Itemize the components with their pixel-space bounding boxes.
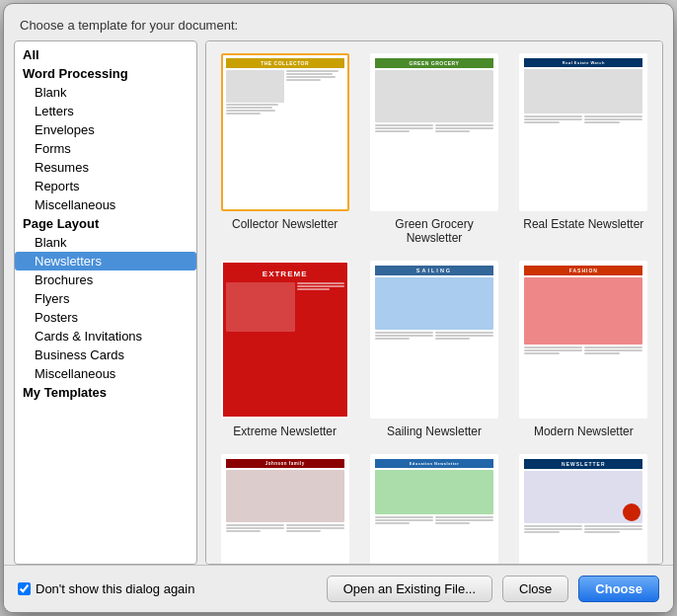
close-button[interactable]: Close <box>502 576 568 602</box>
template-thumb-collector: THE COLLECTOR <box>221 53 349 211</box>
template-label-extreme: Extreme Newsletter <box>233 424 337 438</box>
template-thumb-real-estate: Real Estate Watch <box>519 53 647 211</box>
sidebar-item-page-layout: Page Layout <box>15 214 196 233</box>
template-item-extreme[interactable]: EXTREME Extreme Newsletter <box>218 261 351 438</box>
sidebar-item-cards[interactable]: Cards & Invitations <box>15 327 196 346</box>
sidebar-item-forms[interactable]: Forms <box>15 139 196 158</box>
template-item-education[interactable]: Education Newsletter Education Newslette… <box>367 454 500 565</box>
sidebar-item-blank-wp[interactable]: Blank <box>15 83 196 102</box>
dialog: Choose a template for your document: All… <box>3 3 674 613</box>
sidebar-item-all: All <box>15 45 196 64</box>
template-item-real-estate[interactable]: Real Estate Watch Real Estate Newsletter <box>517 53 650 245</box>
sidebar-item-letters[interactable]: Letters <box>15 102 196 120</box>
footer-buttons: Open an Existing File... Close Choose <box>327 576 659 602</box>
template-thumb-green-grocery: GREEN GROCERY <box>370 53 498 211</box>
template-thumb-extreme: EXTREME <box>221 261 349 419</box>
sidebar-item-posters[interactable]: Posters <box>15 308 196 327</box>
template-item-club[interactable]: NEWSLETTER Club Newsletter <box>517 454 650 565</box>
template-thumb-sailing: SAILING <box>370 261 498 419</box>
sidebar-item-misc-wp[interactable]: Miscellaneous <box>15 195 196 214</box>
sidebar-item-misc-pl[interactable]: Miscellaneous <box>15 364 196 383</box>
template-label-green-grocery: Green Grocery Newsletter <box>367 217 500 245</box>
template-item-collector[interactable]: THE COLLECTOR Collector Newsletter <box>218 53 351 245</box>
template-item-green-grocery[interactable]: GREEN GROCERY Green Grocery Newsletter <box>367 53 500 245</box>
sidebar-item-brochures[interactable]: Brochures <box>15 270 196 289</box>
content-area: THE COLLECTOR Collector Newsletter GREEN <box>205 40 663 565</box>
sidebar-item-envelopes[interactable]: Envelopes <box>15 120 196 139</box>
template-label-collector: Collector Newsletter <box>232 217 338 231</box>
sidebar-item-reports[interactable]: Reports <box>15 177 196 195</box>
choose-button[interactable]: Choose <box>578 576 659 602</box>
template-thumb-modern: FASHION <box>519 261 647 419</box>
open-existing-button[interactable]: Open an Existing File... <box>327 576 492 602</box>
templates-scroll[interactable]: THE COLLECTOR Collector Newsletter GREEN <box>205 40 663 565</box>
dialog-header: Choose a template for your document: <box>4 4 673 40</box>
dialog-title: Choose a template for your document: <box>20 18 238 33</box>
template-item-sailing[interactable]: SAILING Sailing Newsletter <box>367 261 500 438</box>
sidebar: AllWord ProcessingBlankLettersEnvelopesF… <box>14 40 197 565</box>
sidebar-item-business-cards[interactable]: Business Cards <box>15 346 196 364</box>
template-label-real-estate: Real Estate Newsletter <box>523 217 643 231</box>
checkbox-area: Don't show this dialog again <box>18 581 317 596</box>
template-label-modern: Modern Newsletter <box>534 424 634 438</box>
template-item-family[interactable]: Johnson family Family Newsletter <box>218 454 351 565</box>
template-thumb-education: Education Newsletter <box>370 454 498 565</box>
template-thumb-family: Johnson family <box>221 454 349 565</box>
sidebar-item-newsletters[interactable]: Newsletters <box>15 252 196 270</box>
sidebar-item-flyers[interactable]: Flyers <box>15 289 196 308</box>
sidebar-item-resumes[interactable]: Resumes <box>15 158 196 177</box>
template-thumb-club: NEWSLETTER <box>519 454 647 565</box>
dialog-body: AllWord ProcessingBlankLettersEnvelopesF… <box>4 40 673 565</box>
templates-grid: THE COLLECTOR Collector Newsletter GREEN <box>218 53 650 565</box>
dialog-footer: Don't show this dialog again Open an Exi… <box>4 565 673 612</box>
sidebar-item-blank-pl[interactable]: Blank <box>15 233 196 252</box>
dont-show-checkbox[interactable] <box>18 582 31 595</box>
sidebar-item-my-templates: My Templates <box>15 383 196 402</box>
dont-show-label[interactable]: Don't show this dialog again <box>36 581 194 596</box>
template-item-modern[interactable]: FASHION Modern Newsletter <box>517 261 650 438</box>
template-label-sailing: Sailing Newsletter <box>387 424 482 438</box>
sidebar-item-word-processing: Word Processing <box>15 64 196 83</box>
